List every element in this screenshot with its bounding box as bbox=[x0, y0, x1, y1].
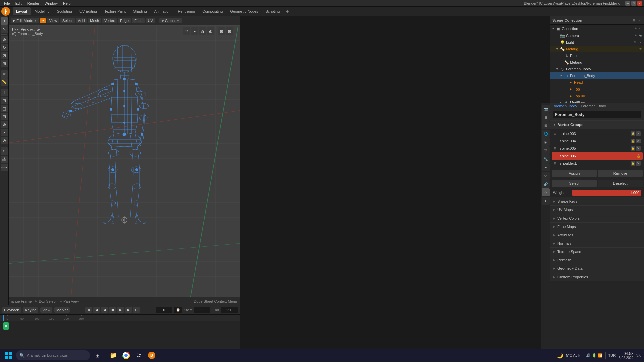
vg-remove-button[interactable]: Remove bbox=[598, 170, 643, 177]
jump-start-button[interactable]: ⏮ bbox=[85, 307, 92, 313]
extrude-tool[interactable]: ⇧ bbox=[1, 89, 8, 96]
viewport-3d[interactable]: User Perspective (0) Foreman_Body ⬚ ● ◑ … bbox=[9, 25, 240, 305]
vg-select-button[interactable]: Select bbox=[552, 180, 597, 187]
language-indicator[interactable]: TUR bbox=[608, 353, 616, 357]
vg-lock-shoulderl[interactable]: 🔒 bbox=[631, 161, 635, 166]
menu-render[interactable]: Render bbox=[25, 1, 41, 6]
tab-compositing[interactable]: Compositing bbox=[199, 7, 226, 15]
props-tab-world[interactable]: ◉ bbox=[542, 138, 550, 146]
tab-animation[interactable]: Animation bbox=[151, 7, 174, 15]
tray-icon-3[interactable]: 📶 bbox=[598, 353, 603, 358]
props-tab-particles[interactable]: ✦ bbox=[542, 163, 550, 171]
vg-lock-spine004[interactable]: 🔒 bbox=[631, 139, 635, 143]
viewport-shading-render[interactable]: ◐ bbox=[207, 27, 214, 35]
tray-icon-2[interactable]: 🔋 bbox=[592, 353, 597, 358]
geometry-data-header[interactable]: ▶ Geometry Data bbox=[550, 264, 644, 273]
tray-icon-1[interactable]: 🔊 bbox=[586, 353, 591, 358]
vg-item-spine004[interactable]: ⊞ spine.004 🔒 ✕ bbox=[552, 137, 643, 145]
menu-file[interactable]: File bbox=[2, 1, 12, 6]
vertex-menu[interactable]: Vertex bbox=[102, 18, 117, 23]
close-button[interactable]: ✕ bbox=[637, 1, 642, 6]
edge-slide-tool[interactable]: ⟺ bbox=[1, 164, 8, 171]
measure-tool[interactable]: 📏 bbox=[1, 78, 8, 86]
vg-del-spine005[interactable]: ✕ bbox=[636, 146, 641, 151]
vertex-groups-header[interactable]: ▼ Vertex Groups bbox=[550, 121, 644, 129]
normals-header[interactable]: ▶ Normals bbox=[550, 239, 644, 247]
end-frame-field[interactable]: 250 bbox=[221, 307, 238, 313]
start-frame-field[interactable]: 1 bbox=[194, 307, 210, 313]
tree-item-metarig-child[interactable]: 🦴 Metarig bbox=[550, 59, 644, 66]
props-tab-scene[interactable]: 🌐 bbox=[542, 130, 550, 138]
marker-button[interactable]: Marker bbox=[54, 307, 70, 313]
menu-help[interactable]: Help bbox=[61, 1, 73, 6]
props-tab-view-layer[interactable]: ⊞ bbox=[542, 121, 550, 129]
tree-item-top[interactable]: ● Top bbox=[550, 86, 644, 93]
knife-tool[interactable]: ✂ bbox=[1, 129, 8, 136]
vg-del-shoulderl[interactable]: ✕ bbox=[636, 161, 641, 166]
vis-light-render[interactable]: ● bbox=[638, 40, 643, 45]
add-workspace-button[interactable]: + bbox=[284, 8, 291, 15]
mode-selector[interactable]: ▶ Edit Mode ▼ bbox=[11, 18, 39, 23]
tree-item-metarig[interactable]: ▼ 🦴 Metarig 👁 bbox=[550, 46, 644, 52]
move-tool[interactable]: ⊕ bbox=[1, 36, 8, 43]
tab-scripting[interactable]: Scripting bbox=[262, 7, 283, 15]
vis-eye[interactable]: 👁 bbox=[633, 26, 637, 31]
vg-lock-spine006[interactable]: 🔒 bbox=[636, 154, 641, 158]
windows-search[interactable]: 🔍 Aramak için buraya yazın bbox=[16, 350, 90, 360]
outliner-filter-icon[interactable]: ⊞ bbox=[632, 18, 637, 23]
maximize-button[interactable]: □ bbox=[631, 1, 636, 6]
props-tab-output[interactable]: 🖨 bbox=[542, 113, 550, 121]
tree-item-foreman-body[interactable]: ▼ ▽ Foreman_Body bbox=[550, 66, 644, 72]
viewport-shading-wireframe[interactable]: ⬚ bbox=[183, 27, 190, 35]
props-tab-object[interactable]: ▽ bbox=[542, 146, 550, 155]
vg-item-spine003[interactable]: ⊞ spine.003 🔒 ✕ bbox=[552, 130, 643, 137]
view-menu[interactable]: View bbox=[47, 18, 59, 23]
vg-lock-spine003[interactable]: 🔒 bbox=[631, 131, 635, 136]
view-timeline-button[interactable]: View bbox=[40, 307, 52, 313]
tab-geometry-nodes[interactable]: Geometry Nodes bbox=[227, 7, 261, 15]
tab-layout[interactable]: Layout bbox=[13, 7, 31, 15]
minimize-button[interactable]: ─ bbox=[625, 1, 630, 6]
tab-texture-paint[interactable]: Texture Paint bbox=[101, 7, 129, 15]
shape-keys-header[interactable]: ▶ Shape Keys bbox=[550, 197, 644, 205]
select-menu[interactable]: Select bbox=[60, 18, 75, 23]
uv-maps-header[interactable]: ▶ UV Maps bbox=[550, 206, 644, 214]
props-tab-physics[interactable]: ⟳ bbox=[542, 172, 550, 180]
vg-item-spine005[interactable]: ⊞ spine.005 🔒 ✕ bbox=[552, 145, 643, 152]
taskbar-app-chrome[interactable] bbox=[120, 349, 132, 361]
outliner-options-icon[interactable]: ≡ bbox=[637, 18, 642, 23]
tab-sculpting[interactable]: Sculpting bbox=[54, 7, 75, 15]
next-frame-button[interactable]: ▶ bbox=[125, 307, 132, 313]
annotate-tool[interactable]: ✏ bbox=[1, 70, 8, 78]
custom-properties-header[interactable]: ▶ Custom Properties bbox=[550, 273, 644, 281]
taskbar-app-folder[interactable]: 🗂 bbox=[133, 349, 145, 361]
vertex-colors-header[interactable]: ▶ Vertex Colors bbox=[550, 214, 644, 222]
inset-tool[interactable]: ⊡ bbox=[1, 97, 8, 104]
tab-rendering[interactable]: Rendering bbox=[174, 7, 198, 15]
viewport-shading-solid[interactable]: ● bbox=[191, 27, 198, 35]
object-name-field[interactable]: Foreman_Body bbox=[553, 111, 641, 118]
breadcrumb-item2[interactable]: Foreman_Body bbox=[581, 104, 606, 108]
overlays-toggle[interactable]: ⊞ bbox=[218, 27, 225, 35]
vg-del-spine003[interactable]: ✕ bbox=[636, 131, 641, 136]
keying-button[interactable]: Keying bbox=[23, 307, 39, 313]
vg-del-spine004[interactable]: ✕ bbox=[636, 139, 641, 143]
tree-item-top001[interactable]: ● Top.001 bbox=[550, 93, 644, 99]
play-button[interactable]: ▶ bbox=[117, 307, 124, 313]
select-tool[interactable]: ↖ bbox=[1, 25, 8, 33]
tree-item-foreman-body-mesh[interactable]: ▼ ◇ Foreman_Body bbox=[550, 72, 644, 79]
rotate-tool[interactable]: ↻ bbox=[1, 44, 8, 51]
vis-metarig-eye[interactable]: 👁 bbox=[638, 47, 643, 51]
tree-item-head[interactable]: ● Head bbox=[550, 79, 644, 86]
viewport-shading-material[interactable]: ◑ bbox=[199, 27, 206, 35]
props-tab-data[interactable]: ◇ bbox=[542, 188, 550, 196]
jump-end-button[interactable]: ⏭ bbox=[133, 307, 140, 313]
task-view-button[interactable]: ⊞ bbox=[91, 349, 103, 361]
remesh-header[interactable]: ▶ Remesh bbox=[550, 256, 644, 264]
play-reverse-button[interactable]: ◀ bbox=[101, 307, 108, 313]
tree-item-camera[interactable]: 📷 Camera 👁 📷 bbox=[550, 32, 644, 39]
tree-item-modifiers[interactable]: ▶ 🔧 Modifiers bbox=[550, 99, 644, 103]
current-frame-field[interactable]: 0 bbox=[156, 307, 172, 313]
menu-window[interactable]: Window bbox=[43, 1, 60, 6]
add-menu[interactable]: Add bbox=[76, 18, 87, 23]
